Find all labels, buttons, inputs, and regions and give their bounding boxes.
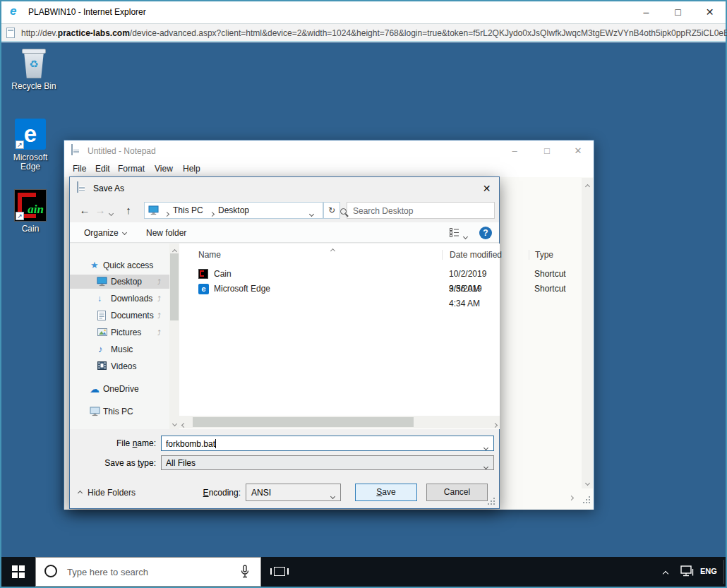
desktop-icon-cain[interactable]: ain ↗ Cain xyxy=(2,189,59,234)
menu-format[interactable]: Format xyxy=(114,162,149,176)
notepad-close-button[interactable]: ✕ xyxy=(563,140,594,161)
view-options-button[interactable] xyxy=(450,228,459,237)
dialog-address-row: ← → ↑ This PC Desktop ↻ Search Desktop xyxy=(70,201,499,221)
notepad-vertical-scrollbar[interactable] xyxy=(582,178,593,488)
text-cursor xyxy=(215,439,216,448)
forward-button[interactable]: → xyxy=(92,203,108,218)
shortcut-arrow-overlay: ↗ xyxy=(16,212,24,220)
pin-icon: ⤴ xyxy=(157,292,161,306)
back-button[interactable]: ← xyxy=(77,203,92,218)
nav-item-onedrive[interactable]: ☁ OneDrive xyxy=(70,382,169,396)
breadcrumb-bar[interactable]: This PC Desktop xyxy=(144,202,323,219)
show-desktop-button[interactable] xyxy=(723,560,724,584)
desktop-icon-microsoft-edge[interactable]: e ↗ Microsoft Edge xyxy=(2,119,59,172)
chevron-down-icon xyxy=(331,491,335,500)
shortcut-arrow-overlay: ↗ xyxy=(16,140,24,149)
notepad-horizontal-scrollbar-arrow[interactable] xyxy=(570,492,573,502)
ie-window: e PLABWIN10 - Internet Explorer – □ ✕ ht… xyxy=(0,0,727,588)
edge-file-icon: e xyxy=(198,284,209,294)
nav-item-this-pc[interactable]: This PC xyxy=(70,404,169,419)
column-header-name[interactable]: Name xyxy=(198,250,221,260)
up-button[interactable]: ↑ xyxy=(121,203,136,218)
nav-item-label: This PC xyxy=(103,404,133,419)
refresh-button[interactable]: ↻ xyxy=(323,202,340,219)
url-text: http://dev.practice-labs.com/device-adva… xyxy=(21,28,727,38)
search-placeholder: Search Desktop xyxy=(353,206,413,216)
nav-item-downloads[interactable]: ↓ Downloads ⤴ xyxy=(70,292,169,306)
save-as-type-label: Save as type: xyxy=(70,458,156,468)
microphone-icon[interactable] xyxy=(241,565,249,579)
dialog-toolbar: Organize New folder ? xyxy=(70,222,499,243)
dialog-resize-grip[interactable] xyxy=(493,503,495,505)
nav-item-music[interactable]: ♪ Music xyxy=(70,342,169,356)
view-options-dropdown-icon[interactable] xyxy=(464,231,467,241)
nav-item-desktop[interactable]: Desktop ⤴ xyxy=(70,275,169,289)
taskbar: Type here to search e xyxy=(1,557,726,587)
language-indicator[interactable]: ENG xyxy=(700,567,717,575)
cortana-icon xyxy=(44,565,57,577)
save-button[interactable]: Save xyxy=(355,484,417,501)
cloud-icon: ☁ xyxy=(90,382,100,396)
menu-edit[interactable]: Edit xyxy=(91,162,114,176)
notepad-titlebar: Untitled - Notepad – □ ✕ xyxy=(64,140,594,162)
nav-item-label: OneDrive xyxy=(103,382,139,396)
cancel-button[interactable]: Cancel xyxy=(426,484,488,501)
nav-pane-scrollbar[interactable] xyxy=(169,244,179,429)
save-as-dialog: Save As ✕ ← → ↑ This PC Desktop xyxy=(69,176,500,509)
task-view-button[interactable] xyxy=(264,557,295,587)
page-icon-line xyxy=(8,30,13,31)
recent-locations-dropdown[interactable] xyxy=(109,208,113,217)
file-date-modified: 9/5/2019 4:34 AM xyxy=(449,282,500,311)
dialog-close-button[interactable]: ✕ xyxy=(474,177,499,200)
breadcrumb-this-pc[interactable]: This PC xyxy=(173,203,203,218)
star-icon: ★ xyxy=(90,258,99,272)
encoding-dropdown[interactable]: ANSI xyxy=(246,484,341,501)
chevron-down-icon[interactable] xyxy=(484,442,488,452)
column-header-date-modified[interactable]: Date modified xyxy=(442,250,529,260)
menu-help[interactable]: Help xyxy=(179,162,205,176)
dialog-title: Save As xyxy=(93,184,124,193)
file-list-horizontal-scrollbar[interactable] xyxy=(179,416,500,428)
nav-item-videos[interactable]: Videos xyxy=(70,359,169,373)
start-button[interactable] xyxy=(1,557,35,587)
file-type: Shortcut xyxy=(534,267,566,282)
nav-item-pictures[interactable]: Pictures ⤴ xyxy=(70,325,169,340)
menu-view[interactable]: View xyxy=(150,162,177,176)
search-input[interactable]: Search Desktop xyxy=(347,202,495,219)
organize-button[interactable]: Organize xyxy=(84,228,126,238)
windows-logo-icon xyxy=(12,565,25,578)
network-icon[interactable] xyxy=(680,565,695,577)
pin-icon: ⤴ xyxy=(157,326,161,340)
save-as-type-dropdown[interactable]: All Files xyxy=(161,455,494,470)
nav-item-label: Desktop xyxy=(111,275,142,289)
notepad-menubar: File Edit Format View Help xyxy=(64,162,594,177)
new-folder-button[interactable]: New folder xyxy=(146,228,186,238)
file-name-input[interactable]: forkbomb.bat xyxy=(161,436,494,451)
ie-address-bar[interactable]: http://dev.practice-labs.com/device-adva… xyxy=(1,23,726,42)
breadcrumb-desktop[interactable]: Desktop xyxy=(218,203,249,218)
desktop-icon-recycle-bin[interactable]: ♻ Recycle Bin xyxy=(6,47,62,91)
menu-file[interactable]: File xyxy=(68,162,90,176)
notepad-resize-grip[interactable] xyxy=(589,502,590,503)
notepad-maximize-button[interactable]: □ xyxy=(531,140,563,161)
nav-item-quick-access[interactable]: ★ Quick access xyxy=(70,258,169,272)
document-icon xyxy=(97,311,106,320)
show-hidden-icons-button[interactable] xyxy=(663,568,668,578)
taskbar-search-input[interactable]: Type here to search xyxy=(35,557,261,587)
file-name-label: File name: xyxy=(70,438,156,448)
nav-item-documents[interactable]: Documents ⤴ xyxy=(70,308,169,323)
navigation-pane: ★ Quick access Desktop ⤴ ↓ Downloads ⤴ xyxy=(70,244,169,429)
hide-folders-button[interactable]: Hide Folders xyxy=(78,488,136,498)
ie-maximize-button[interactable]: □ xyxy=(662,1,694,23)
nav-item-label: Documents xyxy=(111,308,154,323)
notepad-minimize-button[interactable]: – xyxy=(499,140,530,161)
help-button[interactable]: ? xyxy=(479,227,492,239)
file-row-microsoft-edge[interactable]: e Microsoft Edge 9/5/2019 4:34 AM Shortc… xyxy=(179,282,500,296)
column-header-type[interactable]: Type xyxy=(529,250,585,260)
task-view-icon xyxy=(274,567,285,576)
ie-close-button[interactable]: ✕ xyxy=(694,1,726,23)
file-row-cain[interactable]: Cain 10/2/2019 3:36 AM Shortcut xyxy=(179,267,500,282)
ie-minimize-button[interactable]: – xyxy=(630,1,662,23)
address-dropdown-icon[interactable] xyxy=(310,208,313,218)
nav-item-label: Videos xyxy=(111,359,136,373)
